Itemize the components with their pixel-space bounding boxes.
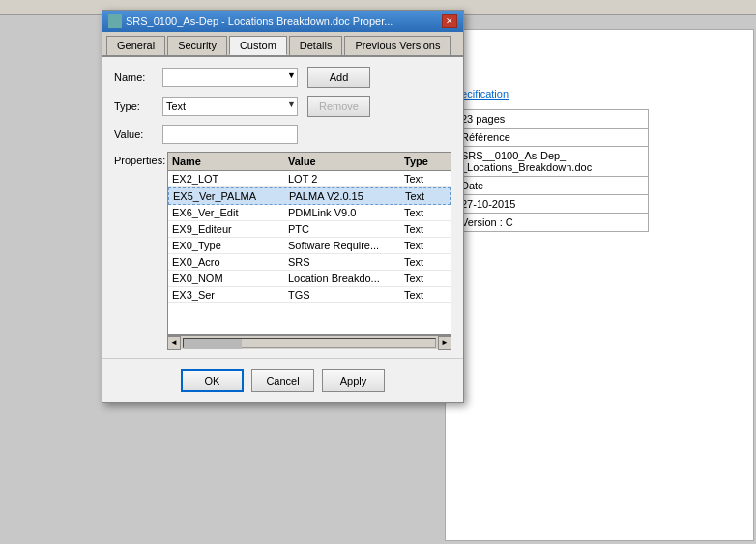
col-header-type: Type (400, 155, 449, 168)
version-cell: Version : C (456, 214, 649, 232)
properties-header: Name Value Type (168, 153, 451, 171)
prop-name-5: EX0_Acro (168, 254, 284, 270)
prop-name-1: EX5_Ver_PALMA (169, 188, 285, 204)
close-button[interactable]: ✕ (442, 14, 457, 28)
reference-value-cell: SRS__0100_As-Dep_-_Locations_Breakdown.d… (456, 147, 649, 177)
value-row: Value: (114, 125, 451, 144)
name-input[interactable] (162, 68, 298, 87)
tab-previous-versions[interactable]: Previous Versions (344, 36, 451, 55)
prop-name-0: EX2_LOT (168, 171, 284, 186)
tab-security[interactable]: Security (167, 36, 227, 55)
prop-value-0: LOT 2 (284, 171, 400, 186)
add-button[interactable]: Add (307, 67, 370, 88)
prop-type-0: Text (400, 171, 449, 186)
prop-type-3: Text (400, 221, 449, 237)
tab-bar: General Security Custom Details Previous… (102, 32, 463, 57)
table-row[interactable]: EX0_Type Software Require... Text (168, 238, 451, 254)
col-header-value: Value (284, 155, 400, 168)
tab-details[interactable]: Details (289, 36, 343, 55)
reference-label-cell: Référence (456, 129, 649, 147)
dialog-title: SRS_0100_As-Dep - Locations Breakdown.do… (126, 15, 393, 27)
prop-type-5: Text (400, 254, 449, 270)
prop-name-6: EX0_NOM (168, 271, 284, 286)
scroll-left-button[interactable]: ◄ (167, 336, 181, 350)
name-label: Name: (114, 72, 162, 83)
dialog-icon (108, 14, 122, 28)
table-row[interactable]: EX3_Ser TGS Text (168, 287, 451, 303)
ok-button[interactable]: OK (181, 369, 244, 392)
dialog-body: Name: ▼ Add Type: Text Number Date Yes o… (102, 57, 463, 358)
prop-type-4: Text (400, 238, 449, 253)
type-row: Type: Text Number Date Yes or No ▼ Remov… (114, 96, 451, 117)
prop-value-3: PTC (284, 221, 400, 237)
prop-value-7: TGS (284, 287, 400, 302)
scroll-thumb[interactable] (184, 339, 242, 349)
prop-type-2: Text (400, 205, 449, 220)
remove-button[interactable]: Remove (307, 96, 370, 117)
value-input[interactable] (162, 125, 298, 144)
properties-label: Properties: (114, 152, 167, 166)
scroll-track[interactable] (183, 338, 436, 348)
properties-dialog: SRS_0100_As-Dep - Locations Breakdown.do… (102, 10, 464, 403)
date-label-cell: Date (456, 177, 649, 195)
tab-custom[interactable]: Custom (229, 36, 287, 55)
type-label: Type: (114, 100, 162, 112)
prop-value-4: Software Require... (284, 238, 400, 253)
table-row[interactable]: EX5_Ver_PALMA PALMA V2.0.15 Text (168, 187, 451, 205)
name-row: Name: ▼ Add (114, 67, 451, 88)
col-header-name: Name (168, 155, 284, 168)
table-row[interactable]: EX0_Acro SRS Text (168, 254, 451, 271)
table-row[interactable]: EX0_NOM Location Breakdo... Text (168, 271, 451, 287)
title-bar: SRS_0100_As-Dep - Locations Breakdown.do… (102, 11, 463, 32)
prop-type-6: Text (400, 271, 449, 286)
prop-value-2: PDMLink V9.0 (284, 205, 400, 220)
table-row[interactable]: EX9_Editeur PTC Text (168, 221, 451, 238)
table-row[interactable]: EX2_LOT LOT 2 Text (168, 171, 451, 187)
cancel-button[interactable]: Cancel (251, 369, 314, 392)
prop-name-4: EX0_Type (168, 238, 284, 253)
prop-type-7: Text (400, 287, 449, 302)
prop-value-5: SRS (284, 254, 400, 270)
doc-info-table: 23 pages Référence SRS__0100_As-Dep_-_Lo… (455, 109, 649, 232)
prop-name-2: EX6_Ver_Edit (168, 205, 284, 220)
value-label: Value: (114, 129, 162, 140)
horizontal-scrollbar[interactable]: ◄ ► (167, 335, 451, 349)
pages-cell: 23 pages (456, 110, 649, 129)
apply-button[interactable]: Apply (322, 369, 385, 392)
properties-table: Name Value Type EX2_LOT LOT 2 Text EX5_V… (167, 152, 451, 335)
tab-general[interactable]: General (106, 36, 165, 55)
dialog-footer: OK Cancel Apply (102, 358, 463, 402)
scroll-right-button[interactable]: ► (438, 336, 451, 350)
table-row[interactable]: EX6_Ver_Edit PDMLink V9.0 Text (168, 205, 451, 221)
prop-value-1: PALMA V2.0.15 (285, 188, 401, 204)
doc-title: pecification (455, 88, 743, 100)
document-page: pecification 23 pages Référence SRS__010… (445, 29, 754, 541)
prop-type-1: Text (401, 188, 450, 204)
properties-row: Properties: Name Value Type EX2_LOT LOT … (114, 152, 451, 349)
prop-name-7: EX3_Ser (168, 287, 284, 302)
prop-name-3: EX9_Editeur (168, 221, 284, 237)
type-select[interactable]: Text Number Date Yes or No (162, 97, 298, 116)
prop-value-6: Location Breakdo... (284, 271, 400, 286)
date-value-cell: 27-10-2015 (456, 195, 649, 214)
